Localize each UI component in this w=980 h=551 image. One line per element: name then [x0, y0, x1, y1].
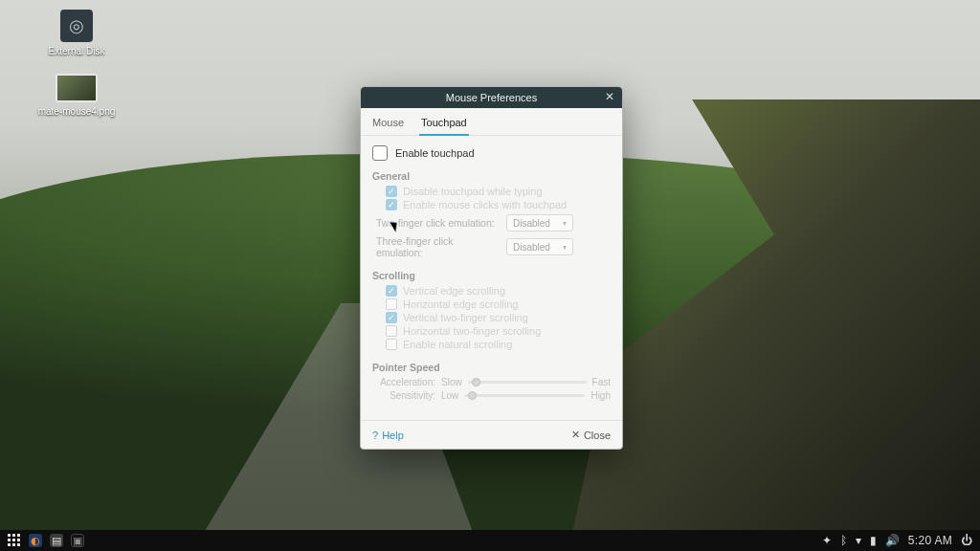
slider-high-label: Fast — [592, 377, 611, 387]
checkbox-icon[interactable] — [386, 186, 397, 197]
chevron-down-icon: ▾ — [563, 243, 567, 252]
taskbar-app-terminal[interactable]: ▣ — [71, 534, 84, 547]
opt-label: Horizontal edge scrolling — [403, 298, 518, 310]
image-thumbnail — [56, 74, 98, 102]
tray-updates-icon[interactable]: ✦ — [822, 535, 832, 546]
row-sensitivity: Sensitivity: Low High — [378, 390, 611, 401]
chevron-down-icon: ▾ — [563, 219, 567, 228]
window-close-button[interactable]: ✕ — [605, 90, 614, 103]
row-label: Three-finger click emulation: — [376, 235, 499, 258]
section-general: General — [372, 170, 611, 182]
enable-touchpad-checkbox[interactable] — [372, 145, 388, 161]
taskbar-app-firefox[interactable]: ◐ — [29, 534, 42, 547]
drive-icon: ◎ — [60, 10, 93, 42]
opt-horizontal-two-finger-scrolling[interactable]: Horizontal two-finger scrolling — [386, 325, 611, 337]
opt-vertical-edge-scrolling[interactable]: Vertical edge scrolling — [386, 285, 611, 297]
select-value: Disabled — [513, 242, 550, 253]
slider-low-label: Slow — [441, 377, 462, 387]
row-three-finger-emulation: Three-finger click emulation: Disabled ▾ — [376, 235, 611, 258]
slider-knob[interactable] — [468, 391, 477, 400]
dialog-titlebar[interactable]: Mouse Preferences ✕ — [361, 87, 622, 108]
checkbox-icon[interactable] — [386, 339, 397, 350]
desktop-icon-label: External Disk — [49, 46, 105, 56]
tray-battery-icon[interactable]: ▮ — [870, 535, 877, 546]
opt-label: Enable mouse clicks with touchpad — [403, 199, 567, 210]
dialog-tabs: Mouse Touchpad — [361, 108, 622, 136]
desktop-icons: ◎ External Disk mate-mouse4.png — [29, 10, 124, 134]
row-label: Two-finger click emulation: — [376, 217, 499, 229]
dialog-content: Enable touchpad General Disable touchpad… — [361, 136, 622, 420]
tray-wifi-icon[interactable]: ▾ — [856, 535, 861, 546]
three-finger-select[interactable]: Disabled ▾ — [506, 238, 573, 255]
help-icon: ? — [372, 430, 378, 441]
dialog-title: Mouse Preferences — [446, 92, 537, 103]
section-pointer-speed: Pointer Speed — [372, 362, 611, 373]
slider-high-label: High — [590, 390, 611, 401]
dialog-footer: ? Help ✕ Close — [361, 420, 622, 449]
enable-touchpad-row[interactable]: Enable touchpad — [372, 145, 611, 161]
checkbox-icon[interactable] — [386, 325, 397, 337]
opt-horizontal-edge-scrolling[interactable]: Horizontal edge scrolling — [386, 298, 611, 310]
tab-mouse[interactable]: Mouse — [370, 114, 406, 135]
close-button[interactable]: ✕ Close — [571, 429, 611, 441]
checkbox-icon[interactable] — [386, 312, 397, 323]
opt-label: Vertical two-finger scrolling — [403, 312, 528, 323]
help-label: Help — [382, 430, 404, 441]
select-value: Disabled — [513, 218, 550, 229]
tray-power-icon[interactable]: ⏻ — [961, 535, 972, 546]
opt-natural-scrolling[interactable]: Enable natural scrolling — [386, 339, 611, 350]
desktop-icon-label: mate-mouse4.png — [38, 106, 116, 117]
tab-touchpad[interactable]: Touchpad — [419, 114, 469, 136]
row-acceleration: Acceleration: Slow Fast — [378, 377, 611, 387]
two-finger-select[interactable]: Disabled ▾ — [506, 214, 573, 231]
row-label: Acceleration: — [378, 377, 435, 387]
opt-enable-mouse-clicks[interactable]: Enable mouse clicks with touchpad — [386, 199, 611, 210]
slider-knob[interactable] — [472, 378, 480, 386]
tray-bluetooth-icon[interactable]: ᛒ — [840, 535, 847, 546]
system-tray: ✦ ᛒ ▾ ▮ 🔊 5:20 AM ⏻ — [822, 535, 972, 546]
row-two-finger-emulation: Two-finger click emulation: Disabled ▾ — [376, 214, 611, 231]
app-launcher-button[interactable] — [8, 534, 21, 547]
acceleration-slider[interactable] — [468, 381, 587, 384]
taskbar-clock[interactable]: 5:20 AM — [908, 535, 952, 546]
taskbar-app-files[interactable]: ▤ — [50, 534, 63, 547]
slider-low-label: Low — [441, 390, 458, 401]
close-icon: ✕ — [571, 429, 580, 441]
row-label: Sensitivity: — [378, 390, 435, 401]
opt-label: Horizontal two-finger scrolling — [403, 325, 541, 337]
opt-label: Vertical edge scrolling — [403, 285, 505, 297]
opt-label: Enable natural scrolling — [403, 339, 512, 350]
sensitivity-slider[interactable] — [464, 394, 585, 397]
checkbox-icon[interactable] — [386, 199, 397, 210]
mouse-preferences-dialog: Mouse Preferences ✕ Mouse Touchpad Enabl… — [360, 86, 623, 450]
desktop-icon-screenshot[interactable]: mate-mouse4.png — [29, 74, 124, 117]
enable-touchpad-label: Enable touchpad — [395, 147, 475, 159]
opt-disable-while-typing[interactable]: Disable touchpad while typing — [386, 186, 611, 197]
section-scrolling: Scrolling — [372, 270, 611, 281]
taskbar: ◐ ▤ ▣ ✦ ᛒ ▾ ▮ 🔊 5:20 AM ⏻ — [0, 530, 980, 551]
tray-volume-icon[interactable]: 🔊 — [885, 535, 900, 546]
checkbox-icon[interactable] — [386, 285, 397, 297]
opt-vertical-two-finger-scrolling[interactable]: Vertical two-finger scrolling — [386, 312, 611, 323]
opt-label: Disable touchpad while typing — [403, 186, 543, 197]
checkbox-icon[interactable] — [386, 298, 397, 310]
desktop-icon-external-disk[interactable]: ◎ External Disk — [29, 10, 124, 56]
close-label: Close — [584, 430, 611, 441]
help-button[interactable]: ? Help — [372, 430, 404, 441]
